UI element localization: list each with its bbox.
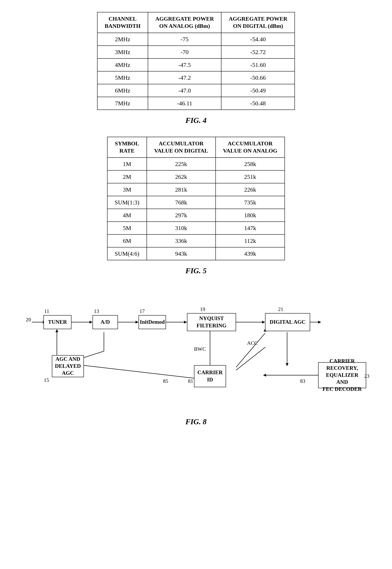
fig8-diagram: 20 TUNER 11 A/D 13 InitDemod 17 NYQUISTF… — [26, 287, 366, 411]
table-row: 4MHz-47.5-51.60 — [97, 58, 295, 71]
table-cell: 310k — [147, 222, 216, 235]
table-cell: 3MHz — [97, 46, 148, 58]
table-row: 3M281k226k — [107, 183, 285, 196]
svg-marker-7 — [184, 321, 187, 323]
svg-marker-3 — [89, 321, 93, 323]
table-cell: 180k — [216, 209, 285, 222]
block-nyquist: NYQUISTFILTERING — [187, 313, 236, 331]
table-cell: -70 — [148, 46, 222, 58]
table-cell: 251k — [216, 170, 285, 183]
svg-marker-15 — [263, 374, 266, 377]
label-17: 17 — [140, 308, 145, 314]
fig5-caption: FIG. 5 — [24, 266, 368, 275]
fig4-col3-header: AGGREGATE POWERON DIGITAL (dBm) — [221, 12, 295, 33]
fig5-col2-header: ACCUMULATORVALUE ON DIGITAL — [147, 137, 216, 158]
svg-marker-20 — [56, 329, 58, 332]
table-cell: -54.40 — [221, 33, 295, 46]
block-carrier-recovery: CARRIERRECOVERY,EQUALIZER ANDFEC DECODER — [318, 362, 366, 388]
fig5-col3-header: ACCUMULATORVALUE ON ANALOG — [216, 137, 285, 158]
table-cell: 281k — [147, 183, 216, 196]
table-row: 6MHz-47.0-50.49 — [97, 84, 295, 97]
table-row: 2MHz-75-54.40 — [97, 33, 295, 46]
table-cell: 735k — [216, 196, 285, 209]
fig5-section: SYMBOLRATE ACCUMULATORVALUE ON DIGITAL A… — [24, 137, 368, 275]
fig4-section: CHANNELBANDWIDTH AGGREGATE POWERON ANALO… — [24, 12, 368, 125]
label-19: 19 — [200, 306, 205, 312]
block-tuner: TUNER — [43, 315, 71, 329]
table-cell: -47.0 — [148, 84, 222, 97]
table-cell: 336k — [147, 235, 216, 247]
label-20: 20 — [26, 317, 31, 323]
label-acc: ACC — [247, 340, 258, 346]
table-cell: -52.72 — [221, 46, 295, 58]
table-row: 4M297k180k — [107, 209, 285, 222]
svg-line-26 — [236, 333, 265, 367]
table-cell: -50.66 — [221, 71, 295, 84]
svg-marker-9 — [262, 321, 265, 323]
label-21: 21 — [278, 306, 283, 312]
table-cell: -50.48 — [221, 97, 295, 110]
label-15: 15 — [44, 377, 49, 383]
table-row: 6M336k112k — [107, 235, 285, 247]
table-row: 5M310k147k — [107, 222, 285, 235]
table-cell: 943k — [147, 247, 216, 260]
table-cell: 147k — [216, 222, 285, 235]
fig5-table: SYMBOLRATE ACCUMULATORVALUE ON DIGITAL A… — [107, 137, 285, 260]
block-carrier-id: CARRIERID — [194, 365, 226, 387]
table-cell: 7MHz — [97, 97, 148, 110]
table-row: 1M225k258k — [107, 158, 285, 170]
table-cell: 5M — [107, 222, 147, 235]
svg-marker-11 — [318, 321, 321, 323]
table-cell: 1M — [107, 158, 147, 170]
table-cell: -47.2 — [148, 71, 222, 84]
fig4-col1-header: CHANNELBANDWIDTH — [97, 12, 148, 33]
table-row: 3MHz-70-52.72 — [97, 46, 295, 58]
fig4-caption: FIG. 4 — [24, 116, 368, 125]
table-cell: 768k — [147, 196, 216, 209]
label-13: 13 — [94, 308, 99, 314]
label-81: 81 — [188, 378, 193, 384]
fig4-table: CHANNELBANDWIDTH AGGREGATE POWERON ANALO… — [97, 12, 295, 110]
table-row: SUM(4:6)943k439k — [107, 247, 285, 260]
svg-marker-5 — [136, 321, 139, 323]
table-cell: -75 — [148, 33, 222, 46]
table-cell: SUM(4:6) — [107, 247, 147, 260]
table-row: 2M262k251k — [107, 170, 285, 183]
table-cell: 226k — [216, 183, 285, 196]
svg-line-18 — [236, 347, 265, 370]
table-cell: 258k — [216, 158, 285, 170]
block-initdemod: InitDemod — [139, 315, 166, 329]
table-cell: 2MHz — [97, 33, 148, 46]
table-cell: 112k — [216, 235, 285, 247]
fig5-col1-header: SYMBOLRATE — [107, 137, 147, 158]
table-row: 7MHz-46.11-50.48 — [97, 97, 295, 110]
label-83: 83 — [300, 378, 305, 384]
table-cell: -47.5 — [148, 58, 222, 71]
table-cell: 2M — [107, 170, 147, 183]
label-bwc: BWC — [194, 346, 206, 352]
svg-line-21 — [82, 365, 194, 378]
table-cell: 225k — [147, 158, 216, 170]
block-agc-delayed: AGC ANDDELAYEDAGC — [52, 355, 84, 377]
label-85: 85 — [163, 378, 168, 384]
fig4-col2-header: AGGREGATE POWERON ANALOG (dBm) — [148, 12, 222, 33]
table-cell: 6M — [107, 235, 147, 247]
block-adc: A/D — [93, 315, 118, 329]
table-row: SUM(1:3)768k735k — [107, 196, 285, 209]
table-cell: 297k — [147, 209, 216, 222]
table-cell: -51.60 — [221, 58, 295, 71]
block-digital-agc: DIGITAL AGC — [265, 313, 310, 331]
table-cell: SUM(1:3) — [107, 196, 147, 209]
fig8-section: 20 TUNER 11 A/D 13 InitDemod 17 NYQUISTF… — [24, 287, 368, 426]
label-11: 11 — [44, 308, 49, 314]
table-cell: 5MHz — [97, 71, 148, 84]
table-cell: 439k — [216, 247, 285, 260]
table-cell: 6MHz — [97, 84, 148, 97]
table-cell: -50.49 — [221, 84, 295, 97]
svg-marker-13 — [286, 363, 289, 366]
fig8-caption: FIG. 8 — [24, 417, 368, 426]
label-23: 23 — [364, 373, 369, 379]
table-row: 5MHz-47.2-50.66 — [97, 71, 295, 84]
table-cell: 262k — [147, 170, 216, 183]
table-cell: 4MHz — [97, 58, 148, 71]
